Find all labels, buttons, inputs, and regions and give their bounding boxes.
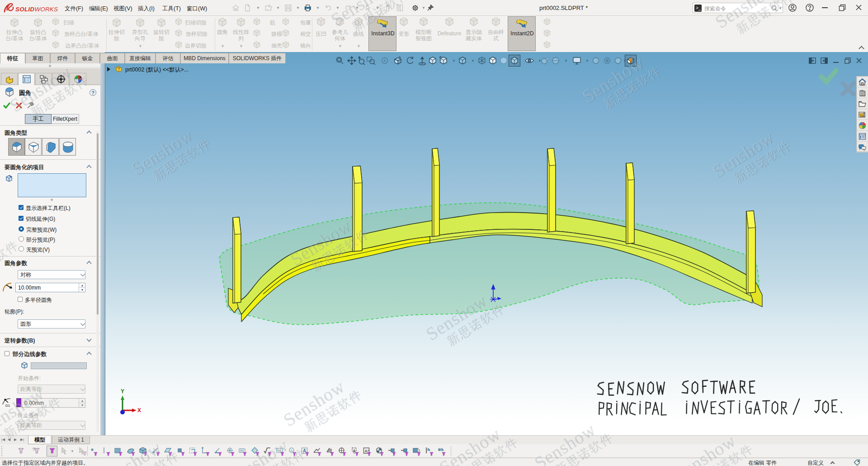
- svg-text:N: N: [291, 449, 292, 452]
- svg-text:Y: Y: [121, 388, 124, 395]
- svg-text:SOLIDWORKS: SOLIDWORKS: [15, 6, 58, 13]
- svg-text:D1: D1: [5, 404, 10, 408]
- svg-text:X: X: [137, 407, 141, 414]
